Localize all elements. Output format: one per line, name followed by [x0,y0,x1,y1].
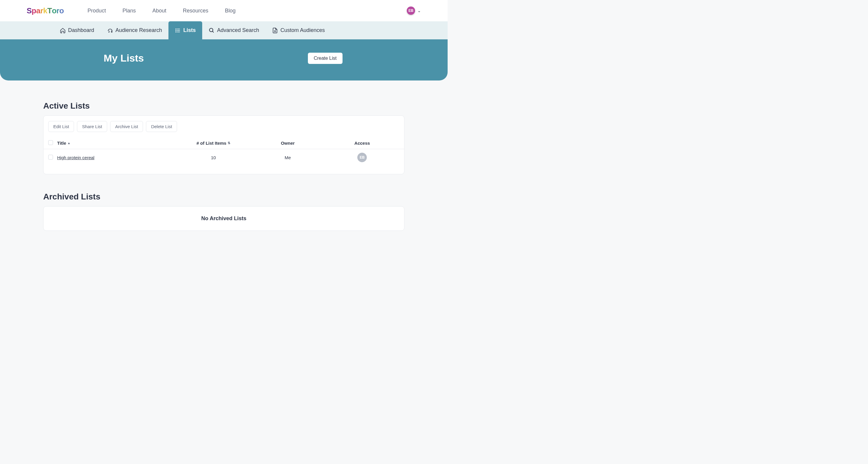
archived-lists-heading: Archived Lists [43,192,404,201]
subnav-item-label: Custom Audiences [280,27,325,33]
subnav-dashboard[interactable]: Dashboard [53,21,101,39]
svg-point-5 [176,32,177,32]
subnav-advanced-search[interactable]: Advanced Search [202,21,266,39]
subnav-item-label: Audience Research [116,27,162,33]
active-lists-table: Title ▴ # of List Items ⇅ Owner Access H… [43,137,404,166]
archive-list-button[interactable]: Archive List [110,121,143,132]
archived-lists-card: No Archived Lists [43,206,404,231]
col-title-header[interactable]: Title ▴ [57,140,176,145]
row-owner: Me [250,155,325,160]
nav-blog[interactable]: Blog [225,8,236,14]
col-title-label: Title [57,140,66,145]
topbar: SparkToro Product Plans About Resources … [0,0,447,21]
document-icon [272,28,278,33]
chevron-down-icon: ⌄ [417,8,421,13]
active-lists-card: Edit List Share List Archive List Delete… [43,115,404,174]
nav-about[interactable]: About [152,8,166,14]
subnav-item-label: Dashboard [68,27,94,33]
select-all-checkbox[interactable] [48,140,53,145]
svg-line-7 [213,31,214,32]
nav-resources[interactable]: Resources [183,8,209,14]
share-list-button[interactable]: Share List [77,121,107,132]
hero: My Lists Create List [0,39,447,80]
edit-list-button[interactable]: Edit List [48,121,74,132]
delete-list-button[interactable]: Delete List [146,121,177,132]
create-list-button[interactable]: Create List [308,53,343,64]
subnav-lists[interactable]: Lists [168,21,202,39]
sort-icon: ⇅ [228,141,230,145]
svg-point-4 [176,30,177,31]
subnav-item-label: Advanced Search [217,27,259,33]
subnav: Dashboard Audience Research Lists Advanc… [0,21,447,39]
table-header: Title ▴ # of List Items ⇅ Owner Access [43,137,404,149]
avatar: EB [407,6,415,15]
nav-product[interactable]: Product [88,8,106,14]
col-owner-header[interactable]: Owner [250,140,325,145]
subnav-custom-audiences[interactable]: Custom Audiences [266,21,331,39]
table-row: High protein cereal 10 Me EB [43,149,404,166]
content: Active Lists Edit List Share List Archiv… [43,80,404,248]
access-avatar: EB [357,153,367,162]
user-menu[interactable]: EB ⌄ [407,6,421,15]
sort-asc-icon: ▴ [68,141,70,145]
primary-nav: Product Plans About Resources Blog [88,8,236,14]
search-icon [209,28,215,33]
home-icon [60,28,66,33]
subnav-audience-research[interactable]: Audience Research [101,21,168,39]
col-access-header[interactable]: Access [325,140,399,145]
list-toolbar: Edit List Share List Archive List Delete… [43,121,404,137]
svg-point-6 [210,28,213,32]
col-items-header[interactable]: # of List Items ⇅ [176,140,250,145]
empty-archived-text: No Archived Lists [43,216,404,222]
headphones-icon [107,28,113,33]
svg-point-3 [176,29,177,29]
row-items-count: 10 [176,155,250,160]
subnav-item-label: Lists [183,27,196,33]
page-title: My Lists [104,53,144,64]
active-lists-heading: Active Lists [43,101,404,111]
row-checkbox[interactable] [48,155,53,160]
nav-plans[interactable]: Plans [123,8,136,14]
col-items-label: # of List Items [196,140,226,145]
list-title-link[interactable]: High protein cereal [57,155,94,160]
list-icon [175,28,181,33]
brand-logo[interactable]: SparkToro [27,6,64,15]
